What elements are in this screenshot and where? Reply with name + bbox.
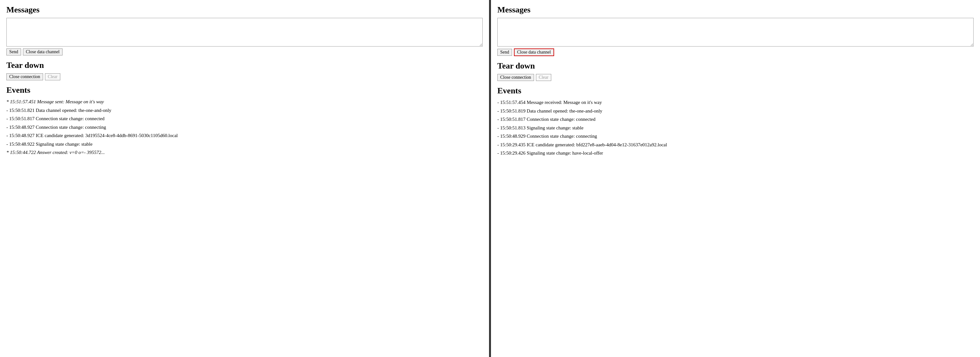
left-close-connection-button[interactable]: Close connection <box>6 73 43 80</box>
list-item: - 15:50:48.927 Connection state change: … <box>6 124 483 131</box>
left-panel: Messages Send Close data channel Tear do… <box>0 0 489 357</box>
list-item: - 15:50:48.929 Connection state change: … <box>497 133 974 140</box>
left-messages-title: Messages <box>6 5 483 15</box>
right-teardown-title: Tear down <box>497 61 974 71</box>
left-teardown-section: Tear down Close connection Clear <box>6 60 483 80</box>
left-message-input[interactable] <box>6 18 483 46</box>
right-close-connection-button[interactable]: Close connection <box>497 74 534 81</box>
list-item: * 15:51:57.451 Message sent: Message on … <box>6 98 483 106</box>
list-item: - 15:50:29.435 ICE candidate generated: … <box>497 141 974 149</box>
list-item: - 15:50:29.426 Signaling state change: h… <box>497 149 974 157</box>
left-send-button[interactable]: Send <box>6 48 21 56</box>
left-message-buttons: Send Close data channel <box>6 48 483 56</box>
left-events-section: Events * 15:51:57.451 Message sent: Mess… <box>6 86 483 156</box>
right-messages-title: Messages <box>497 5 974 15</box>
right-clear-button[interactable]: Clear <box>536 74 551 81</box>
right-message-input[interactable] <box>497 18 974 46</box>
list-item: - 15:50:48.927 ICE candidate generated: … <box>6 132 483 139</box>
list-item: * 15:50:44.722 Answer created: v=0 o=- 3… <box>6 149 483 156</box>
left-teardown-title: Tear down <box>6 60 483 70</box>
list-item: - 15:51:57.454 Message received: Message… <box>497 99 974 106</box>
list-item: - 15:50:51.817 Connection state change: … <box>6 115 483 122</box>
list-item: - 15:50:48.922 Signaling state change: s… <box>6 141 483 148</box>
right-send-button[interactable]: Send <box>497 49 512 56</box>
list-item: - 15:50:51.817 Connection state change: … <box>497 116 974 123</box>
right-events-title: Events <box>497 86 974 96</box>
right-teardown-buttons: Close connection Clear <box>497 74 974 81</box>
right-message-buttons: Send Close data channel <box>497 48 974 56</box>
left-events-title: Events <box>6 86 483 95</box>
list-item: - 15:50:51.819 Data channel opened: the-… <box>497 108 974 115</box>
right-close-data-channel-button[interactable]: Close data channel <box>514 48 554 56</box>
left-teardown-buttons: Close connection Clear <box>6 73 483 80</box>
list-item: - 15:50:51.813 Signaling state change: s… <box>497 124 974 132</box>
left-clear-button[interactable]: Clear <box>45 73 60 80</box>
right-events-list: - 15:51:57.454 Message received: Message… <box>497 99 974 157</box>
right-events-section: Events - 15:51:57.454 Message received: … <box>497 86 974 157</box>
left-close-data-channel-button[interactable]: Close data channel <box>23 48 62 56</box>
list-item: - 15:50:51.821 Data channel opened: the-… <box>6 107 483 114</box>
right-panel: Messages Send Close data channel Tear do… <box>491 0 980 357</box>
left-events-list: * 15:51:57.451 Message sent: Message on … <box>6 98 483 156</box>
right-teardown-section: Tear down Close connection Clear <box>497 61 974 81</box>
